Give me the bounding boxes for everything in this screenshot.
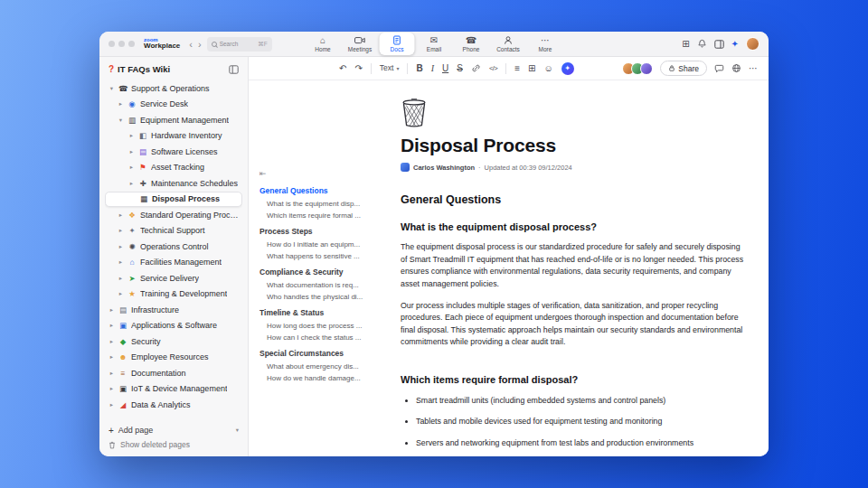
chevron-right-icon[interactable] <box>108 306 115 314</box>
toc-section-general-questions[interactable]: General Questions <box>259 186 364 195</box>
tab-home[interactable]: ⌂ Home <box>306 33 341 55</box>
tab-phone[interactable]: ☎ Phone <box>454 33 489 55</box>
chevron-right-icon[interactable] <box>108 370 115 377</box>
comments-button[interactable] <box>714 63 724 73</box>
chevron-right-icon[interactable] <box>128 148 135 155</box>
strikethrough-button[interactable]: S <box>457 64 463 73</box>
ai-companion-button[interactable]: ✦ <box>561 62 574 75</box>
more-options-button[interactable]: ⋯ <box>749 63 758 73</box>
table-button[interactable]: ⊞ <box>528 64 535 73</box>
tab-meetings[interactable]: Meetings <box>343 33 378 55</box>
chevron-right-icon[interactable] <box>118 258 124 266</box>
list-button[interactable]: ≡ <box>514 64 520 73</box>
minimize-window-button[interactable] <box>118 41 125 47</box>
user-avatar[interactable] <box>746 37 760 51</box>
collapse-toc-icon[interactable]: ⇤ <box>259 169 364 178</box>
toc-item[interactable]: What is the equipment disp... <box>259 200 364 208</box>
zoom-window-button[interactable] <box>128 41 135 47</box>
sidebar-item-standard-operating-procedures[interactable]: ❖ Standard Operating Procedures <box>105 207 242 223</box>
window-controls[interactable] <box>108 41 135 47</box>
chevron-down-icon[interactable] <box>108 85 115 92</box>
sidebar-item-applications-software[interactable]: ▣ Applications & Software <box>105 318 242 334</box>
underline-button[interactable]: U <box>442 64 448 73</box>
toc-item[interactable]: How can I check the status ... <box>259 333 364 342</box>
chevron-right-icon[interactable] <box>128 180 135 187</box>
chevron-down-icon[interactable]: ▾ <box>236 427 239 434</box>
sidebar-item-equipment-management[interactable]: ▥ Equipment Management <box>105 112 242 128</box>
chevron-right-icon[interactable] <box>118 227 124 234</box>
toc-item[interactable]: How long does the process ... <box>259 322 364 330</box>
apps-grid-icon[interactable]: ⊞ <box>682 39 689 49</box>
sidebar-item-service-delivery[interactable]: ➤ Service Delivery <box>105 270 242 286</box>
collaborator-avatar[interactable] <box>640 62 653 75</box>
chevron-right-icon[interactable] <box>118 243 124 250</box>
bold-button[interactable]: B <box>416 64 422 73</box>
sidebar-item-documentation[interactable]: ≡ Documentation <box>105 365 242 381</box>
globe-icon[interactable] <box>731 63 741 73</box>
toc-section-timeline-status[interactable]: Timeline & Status <box>259 308 364 317</box>
show-deleted-pages-button[interactable]: Show deleted pages <box>105 437 242 452</box>
notifications-bell-icon[interactable] <box>697 39 707 49</box>
toc-item[interactable]: Which items require formal ... <box>259 211 364 220</box>
toc-item[interactable]: What happens to sensitive ... <box>259 252 364 260</box>
back-button[interactable]: ‹ <box>189 39 193 50</box>
sidebar-item-employee-resources[interactable]: ☻ Employee Resources <box>105 350 242 366</box>
chevron-right-icon[interactable] <box>108 338 115 345</box>
chevron-right-icon[interactable] <box>108 385 115 392</box>
sidebar-item-support-operations[interactable]: ☎ Support & Operations <box>105 80 242 97</box>
toc-section-special-circumstances[interactable]: Special Circumstances <box>259 349 364 358</box>
sidebar-item-facilities-management[interactable]: ⌂ Facilities Management <box>105 255 242 271</box>
chevron-right-icon[interactable] <box>118 100 124 108</box>
sidebar-item-hardware-inventory[interactable]: ◧ Hardware Inventory <box>105 128 242 145</box>
share-button[interactable]: Share <box>660 61 707 76</box>
emoji-button[interactable]: ☺ <box>543 64 552 73</box>
panel-toggle-icon[interactable] <box>714 40 724 49</box>
sidebar-item-service-desk[interactable]: ◉ Service Desk <box>105 97 242 113</box>
close-window-button[interactable] <box>108 41 115 47</box>
toc-item[interactable]: What documentation is req... <box>259 281 364 289</box>
chevron-right-icon[interactable] <box>108 401 115 408</box>
chevron-right-icon[interactable] <box>128 132 135 139</box>
sidebar-item-disposal-process[interactable]: ▦ Disposal Process <box>105 192 242 208</box>
sidebar-item-security[interactable]: ◆ Security <box>105 333 242 350</box>
chevron-right-icon[interactable] <box>128 164 135 171</box>
global-search-input[interactable]: Search ⌘F <box>207 37 272 52</box>
chevron-right-icon[interactable] <box>118 275 124 282</box>
toc-item[interactable]: What about emergency dis... <box>259 362 364 371</box>
chevron-right-icon[interactable] <box>118 290 124 297</box>
code-button[interactable]: </> <box>489 65 497 72</box>
redo-button[interactable]: ↷ <box>354 64 362 73</box>
tab-docs[interactable]: Docs <box>380 33 415 55</box>
link-button[interactable] <box>471 63 481 73</box>
sidebar-item-maintenance-schedules[interactable]: ✚ Maintenance Schedules <box>105 175 242 192</box>
sidebar-item-infrastructure[interactable]: ▤ Infrastructure <box>105 302 242 318</box>
chevron-down-icon[interactable] <box>118 117 124 124</box>
toc-section-process-steps[interactable]: Process Steps <box>259 227 364 236</box>
forward-button[interactable]: › <box>198 39 202 50</box>
collapse-sidebar-icon[interactable] <box>229 65 239 74</box>
tab-more[interactable]: ⋯ More <box>528 33 563 55</box>
toc-item[interactable]: How do we handle damage... <box>259 374 364 382</box>
tab-contacts[interactable]: Contacts <box>491 33 526 55</box>
ai-companion-icon[interactable]: ✦ <box>731 39 739 49</box>
collaborator-avatars[interactable] <box>622 62 653 75</box>
sidebar-item-training-development[interactable]: ★ Training & Development <box>105 286 242 303</box>
chevron-right-icon[interactable] <box>108 353 115 361</box>
sidebar-item-operations-control[interactable]: ✺ Operations Control <box>105 239 242 255</box>
trash-emoji-icon[interactable] <box>401 97 748 127</box>
sidebar-item-data-analytics[interactable]: ◢ Data & Analytics <box>105 397 242 413</box>
text-style-dropdown[interactable]: Text ▾ <box>380 64 400 72</box>
toc-item[interactable]: Who handles the physical di... <box>259 293 364 301</box>
sidebar-item-technical-support[interactable]: ✦ Technical Support <box>105 223 242 239</box>
chevron-right-icon[interactable] <box>108 322 115 329</box>
toc-section-compliance-security[interactable]: Compliance & Security <box>259 267 364 277</box>
add-page-button[interactable]: + Add page ▾ <box>105 423 242 437</box>
chevron-right-icon[interactable] <box>118 211 124 219</box>
toc-item[interactable]: How do I initiate an equipm... <box>259 240 364 249</box>
tab-email[interactable]: ✉ Email <box>417 33 452 55</box>
sidebar-item-asset-tracking[interactable]: ⚑ Asset Tracking <box>105 160 242 176</box>
sidebar-item-software-licenses[interactable]: ▤ Software Licenses <box>105 144 242 160</box>
sidebar-item-iot-device-management[interactable]: ▣ IoT & Device Management <box>105 381 242 398</box>
italic-button[interactable]: I <box>431 64 434 73</box>
undo-button[interactable]: ↶ <box>339 64 346 73</box>
